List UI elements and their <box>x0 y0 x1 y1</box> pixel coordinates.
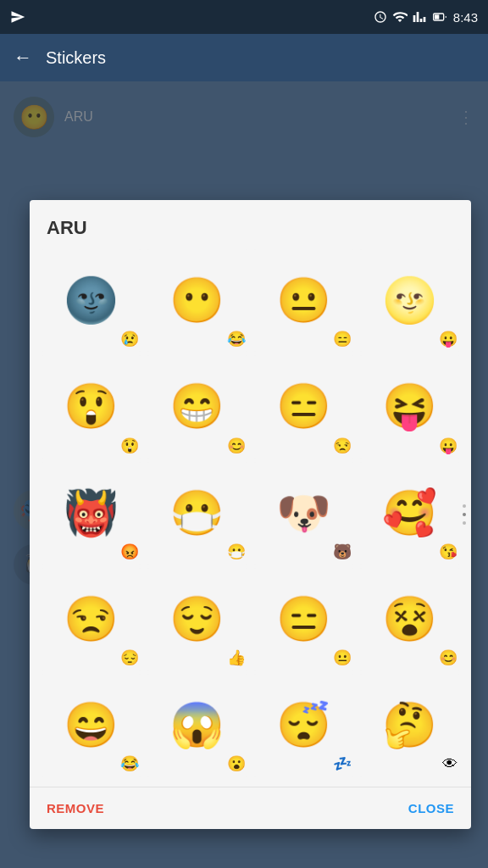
mini-emoji: 👁 <box>442 755 458 773</box>
mini-emoji: 😑 <box>333 330 352 348</box>
mini-emoji: 😔 <box>120 648 139 667</box>
sticker-item[interactable]: 🤔 👁 <box>358 674 461 776</box>
page-title: Stickers <box>46 48 106 68</box>
sticker-item[interactable]: 😱 😮 <box>146 674 248 776</box>
mini-emoji: 😛 <box>439 330 458 348</box>
sticker-emoji: 🥰 <box>382 487 437 539</box>
sticker-item[interactable]: 🥰 😘 <box>358 462 461 565</box>
mini-emoji: 😲 <box>120 437 139 455</box>
sticker-item[interactable]: 😒 😔 <box>40 568 142 670</box>
remove-button[interactable]: REMOVE <box>47 801 104 815</box>
sticker-emoji: 🤔 <box>382 699 437 751</box>
sticker-emoji: 😝 <box>382 381 437 432</box>
sticker-emoji: 😷 <box>169 487 225 539</box>
sticker-item[interactable]: 🐶 🐻 <box>252 462 355 565</box>
sticker-item[interactable]: 🌝 😛 <box>358 249 461 352</box>
mini-emoji: 😡 <box>120 542 139 561</box>
alarm-icon <box>374 10 387 24</box>
mini-emoji: 😐 <box>333 648 352 667</box>
sticker-emoji: 😑 <box>276 593 331 645</box>
mini-emoji: 🐻 <box>333 542 352 561</box>
status-right: 8:43 <box>374 9 478 25</box>
top-bar: ← Stickers <box>0 34 488 81</box>
mini-emoji: 😊 <box>439 648 458 667</box>
mini-emoji: 👍 <box>227 648 246 667</box>
mini-emoji: 😷 <box>227 542 246 561</box>
sticker-item[interactable]: 😴 💤 <box>252 674 355 776</box>
sticker-item[interactable]: 😑 😐 <box>252 568 355 670</box>
svg-rect-1 <box>435 14 439 19</box>
sticker-item[interactable]: 😲 😲 <box>40 355 142 458</box>
sticker-pack-modal: ARU 🌚 😢 😶 😂 😐 😑 🌝 😛 😲 <box>30 200 471 829</box>
sticker-emoji: 😒 <box>64 593 119 645</box>
wifi-icon <box>392 9 408 25</box>
sticker-item[interactable]: 😶 😂 <box>146 249 248 352</box>
status-left <box>10 9 25 25</box>
mini-emoji: 😘 <box>439 542 458 561</box>
sticker-emoji: 😱 <box>169 699 225 751</box>
signal-icon <box>413 10 426 24</box>
sticker-item[interactable]: 🌚 😢 <box>40 249 142 352</box>
status-bar: 8:43 <box>0 0 488 34</box>
close-button[interactable]: CLOSE <box>408 801 454 815</box>
sticker-emoji: 😑 <box>276 381 331 432</box>
mini-emoji: 💤 <box>333 754 352 773</box>
sticker-item[interactable]: 😐 😑 <box>252 249 355 352</box>
sticker-item[interactable]: 😵 😊 <box>358 568 461 670</box>
back-button[interactable]: ← <box>14 47 32 69</box>
send-icon <box>10 9 25 25</box>
mini-emoji: 😂 <box>227 330 246 348</box>
sticker-emoji: 😴 <box>276 699 331 751</box>
sticker-emoji: 😶 <box>169 275 225 326</box>
scroll-indicator <box>463 504 466 525</box>
mini-emoji: 😢 <box>120 330 139 348</box>
sticker-item[interactable]: 😑 😒 <box>252 355 355 458</box>
status-time: 8:43 <box>453 10 478 25</box>
mini-emoji: 😂 <box>120 754 139 773</box>
sticker-item[interactable]: 😝 😛 <box>358 355 461 458</box>
sticker-emoji: 🌚 <box>64 275 119 326</box>
sticker-emoji: 😄 <box>64 699 119 751</box>
sticker-emoji: 😌 <box>169 593 225 645</box>
modal-title: ARU <box>30 200 471 249</box>
modal-footer: REMOVE CLOSE <box>30 787 471 829</box>
sticker-emoji: 😵 <box>382 593 437 645</box>
sticker-item[interactable]: 😁 😊 <box>146 355 248 458</box>
chat-background: 😶 ARU ⋮ 🎭 22 stickers ⋮ 🐧 Penguins ⋮ <box>0 81 488 868</box>
sticker-item[interactable]: 😷 😷 <box>146 462 248 565</box>
mini-emoji: 😮 <box>227 754 246 773</box>
sticker-emoji: 😁 <box>169 381 225 432</box>
sticker-item[interactable]: 😌 👍 <box>146 568 248 670</box>
mini-emoji: 😛 <box>439 437 458 455</box>
sticker-emoji: 🌝 <box>382 275 437 326</box>
mini-emoji: 😒 <box>333 437 352 455</box>
mini-emoji: 😊 <box>227 437 246 455</box>
battery-icon <box>431 10 448 24</box>
sticker-emoji: 👹 <box>64 487 119 539</box>
sticker-grid: 🌚 😢 😶 😂 😐 😑 🌝 😛 😲 😲 😁 � <box>30 249 471 787</box>
sticker-item[interactable]: 👹 😡 <box>40 462 142 565</box>
sticker-emoji: 😐 <box>276 275 331 326</box>
sticker-emoji: 😲 <box>64 381 119 432</box>
sticker-emoji: 🐶 <box>276 487 331 539</box>
sticker-item[interactable]: 😄 😂 <box>40 674 142 776</box>
